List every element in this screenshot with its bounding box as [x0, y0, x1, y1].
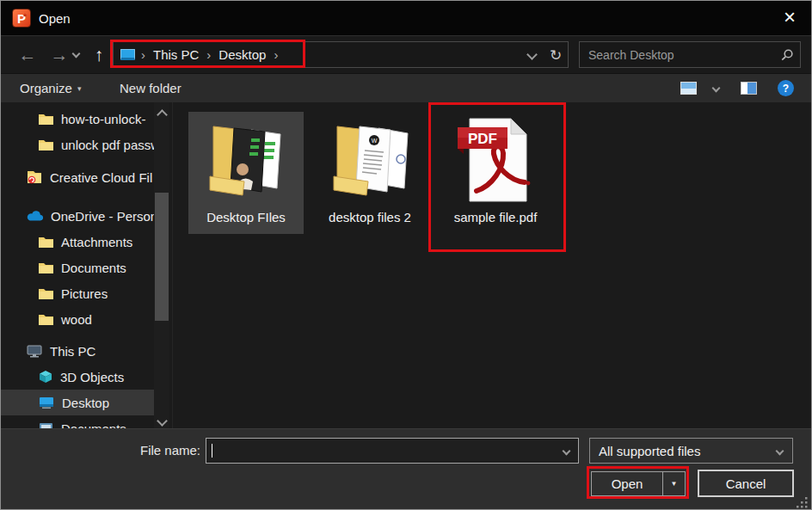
close-button[interactable]: × [770, 1, 809, 34]
sidebar-item-wood[interactable]: wood [1, 306, 154, 332]
navigation-pane: how-to-unlock- unlock pdf passw Creative… [1, 102, 173, 428]
help-icon: ? [783, 83, 789, 95]
file-label: Desktop FIles [206, 210, 286, 224]
window-title: Open [39, 1, 71, 35]
sidebar-item-this-pc[interactable]: This PC [1, 338, 154, 364]
navigation-bar: ← → ↑ › This PC › Desktop › ↻ [1, 35, 811, 73]
sidebar-item-pictures[interactable]: Pictures [1, 280, 154, 306]
documents-icon [39, 422, 53, 428]
sidebar-item-how-to-unlock[interactable]: how-to-unlock- [1, 106, 154, 132]
view-options-chevron-icon[interactable] [712, 84, 721, 93]
folder-icon [39, 113, 53, 125]
organize-button[interactable]: Organize ▾ [20, 74, 81, 102]
search-input[interactable] [580, 48, 774, 62]
title-bar: P ★ Open × [1, 1, 811, 35]
change-view-button[interactable] [680, 82, 697, 95]
search-button[interactable] [774, 48, 800, 62]
chevron-down-icon: ▼ [671, 480, 678, 488]
sidebar-item-documents-cut[interactable]: Documents [1, 415, 154, 428]
folder-preview-icon [199, 112, 293, 208]
file-list: Desktop FIles W [174, 102, 811, 428]
breadcrumb-separator: › [135, 47, 151, 62]
file-item-desktop-files[interactable]: Desktop FIles [188, 112, 304, 234]
back-icon: ← [19, 45, 37, 65]
breadcrumb-separator: › [268, 47, 284, 62]
refresh-icon: ↻ [550, 46, 562, 64]
folder-icon [39, 287, 53, 299]
sidebar-item-attachments[interactable]: Attachments [1, 229, 154, 255]
sidebar-item-onedrive[interactable]: OneDrive - Person [1, 203, 154, 229]
address-bar[interactable]: › This PC › Desktop › ↻ [113, 41, 569, 68]
open-dropdown-button[interactable]: ▼ [662, 472, 685, 495]
help-button[interactable]: ? [778, 80, 794, 96]
address-dropdown-button[interactable] [520, 42, 544, 67]
desktop-location-icon [120, 49, 135, 60]
pdf-file-icon: PDF [448, 112, 543, 208]
dialog-footer: File name: All supported files Open ▼ Ca… [1, 428, 811, 510]
breadcrumb-desktop[interactable]: Desktop [217, 47, 268, 62]
breadcrumb-this-pc[interactable]: This PC [151, 47, 200, 62]
sidebar-item-3d-objects[interactable]: 3D Objects [1, 364, 154, 390]
file-name-input[interactable] [206, 438, 579, 464]
new-folder-button[interactable]: New folder [120, 74, 181, 102]
file-type-select[interactable]: All supported files [589, 438, 793, 464]
sidebar-item-desktop[interactable]: Desktop [1, 390, 154, 415]
open-file-dialog: P ★ Open × ← → ↑ › This PC › Desktop › ↻ [0, 0, 812, 510]
star-icon: ★ [22, 12, 28, 19]
search-icon [780, 48, 794, 62]
pdf-badge-text: PDF [468, 131, 497, 147]
breadcrumb-separator: › [200, 47, 217, 62]
folder-icon [39, 236, 53, 248]
sidebar-scrollbar-thumb[interactable] [155, 193, 169, 321]
chevron-down-icon: ▾ [77, 84, 82, 93]
back-button[interactable]: ← [16, 36, 39, 74]
file-item-desktop-files-2[interactable]: W desktop files 2 [312, 112, 428, 234]
forward-button[interactable]: → [48, 36, 71, 74]
search-box[interactable] [579, 41, 801, 68]
sidebar-item-documents[interactable]: Documents [1, 255, 154, 280]
open-button[interactable]: Open ▼ [591, 471, 686, 496]
command-bar: Organize ▾ New folder ? [1, 73, 811, 102]
dialog-body: how-to-unlock- unlock pdf passw Creative… [1, 102, 811, 428]
file-name-label: File name: [130, 438, 200, 464]
creative-cloud-folder-icon [27, 170, 42, 184]
forward-icon: → [51, 45, 69, 65]
sidebar-item-creative-cloud[interactable]: Creative Cloud Fil [1, 164, 154, 190]
onedrive-cloud-icon [27, 211, 43, 222]
folder-icon [39, 261, 53, 273]
text-caret [212, 444, 212, 458]
folder-icon [39, 313, 53, 325]
file-label: sample file.pdf [454, 210, 538, 224]
folder-documents-icon: W [323, 112, 417, 208]
file-label: desktop files 2 [329, 210, 411, 224]
chevron-down-icon [526, 49, 538, 60]
pdfelement-app-icon: P ★ [12, 9, 31, 28]
file-name-history-chevron-icon[interactable] [563, 447, 571, 456]
preview-pane-button[interactable] [741, 82, 757, 95]
folder-icon [39, 138, 53, 151]
svg-text:W: W [372, 138, 378, 144]
refresh-button[interactable]: ↻ [544, 42, 568, 67]
up-icon: ↑ [95, 45, 104, 65]
chevron-down-icon [776, 447, 784, 456]
file-item-sample-pdf[interactable]: PDF sample file.pdf [438, 112, 553, 234]
close-icon: × [784, 7, 796, 28]
3d-cube-icon [39, 370, 52, 384]
resize-grip[interactable] [796, 496, 809, 509]
desktop-monitor-icon [39, 396, 54, 409]
recent-locations-chevron-icon[interactable] [72, 50, 81, 58]
cancel-button[interactable]: Cancel [698, 470, 794, 497]
sidebar-item-unlock-pdf[interactable]: unlock pdf passw [1, 132, 154, 157]
up-button[interactable]: ↑ [88, 36, 110, 74]
this-pc-monitor-icon [27, 345, 42, 358]
